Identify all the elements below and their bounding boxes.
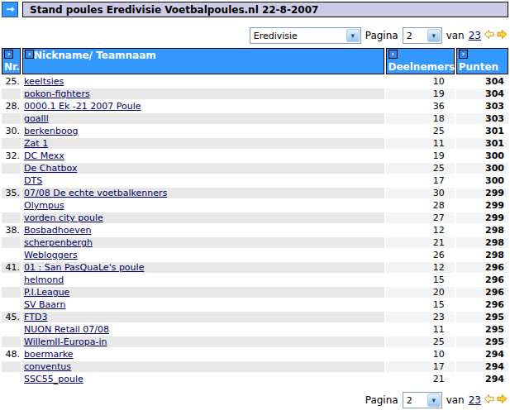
row-rank <box>2 163 21 174</box>
team-link[interactable]: P.I.League <box>24 287 69 298</box>
row-points: 303 <box>456 113 508 124</box>
team-link[interactable]: keeltsies <box>24 76 64 87</box>
sort-icon[interactable]: › <box>459 50 468 59</box>
page-select[interactable]: 2 ▾ <box>403 392 442 408</box>
team-link[interactable]: 07/08 De echte voetbalkenners <box>24 188 167 198</box>
row-points: 295 <box>456 336 508 347</box>
row-points: 294 <box>456 374 508 384</box>
row-points: 295 <box>456 324 508 335</box>
chevron-down-icon[interactable]: ▾ <box>346 29 360 42</box>
team-link[interactable]: Zat 1 <box>24 138 48 149</box>
table-row: 28.0000.1 Ek -21 2007 Poule36303 <box>2 101 508 112</box>
row-points: 295 <box>456 312 508 322</box>
team-link[interactable]: conventus <box>24 361 71 372</box>
table-row: Zat 111301 <box>2 138 508 149</box>
next-page-icon[interactable] <box>497 394 508 407</box>
team-link[interactable]: DTS <box>24 175 42 186</box>
row-team-cell: 01 : San PasQuaLe's poule <box>22 262 384 273</box>
team-link[interactable]: berkenboog <box>24 126 78 136</box>
row-rank: 30. <box>2 126 21 136</box>
table-row: scherpenbergh21298 <box>2 237 508 248</box>
row-rank <box>2 336 21 347</box>
row-team-cell: Bosbadhoeven <box>22 225 384 236</box>
row-participants: 25 <box>386 163 455 174</box>
row-participants: 26 <box>386 250 455 260</box>
chevron-down-icon[interactable]: ▾ <box>427 29 441 42</box>
sort-icon[interactable]: › <box>4 50 13 59</box>
row-participants: 23 <box>386 312 455 322</box>
next-page-icon[interactable] <box>497 29 508 42</box>
row-participants: 15 <box>386 299 455 310</box>
row-team-cell: vorden city poule <box>22 212 384 223</box>
table-row: Olympus28299 <box>2 200 508 211</box>
team-link[interactable]: SSC55_poule <box>24 374 83 384</box>
total-pages-link[interactable]: 23 <box>469 30 481 41</box>
row-points: 301 <box>456 126 508 136</box>
header-points: ›Punten <box>456 48 508 74</box>
row-points: 296 <box>456 262 508 273</box>
page-select[interactable]: 2 ▾ <box>403 27 442 44</box>
team-link[interactable]: goalll <box>24 113 49 124</box>
previous-page-icon[interactable] <box>484 394 494 407</box>
row-points: 296 <box>456 274 508 285</box>
team-link[interactable]: Webloggers <box>24 250 78 260</box>
sort-icon[interactable]: › <box>388 50 398 59</box>
row-rank: 28. <box>2 101 21 112</box>
header-participants-label: Deelnemers <box>388 61 455 73</box>
team-link[interactable]: WillemII-Europa-in <box>24 336 107 347</box>
team-link[interactable]: helmond <box>24 274 64 285</box>
row-rank <box>2 287 21 298</box>
table-header-row: › Nr. ›Nickname/ Teamnaam › Deelnemers ›… <box>2 48 508 74</box>
team-link[interactable]: SV Baarn <box>24 299 65 310</box>
row-points: 298 <box>456 250 508 260</box>
page: → Stand poules Eredivisie Voetbalpoules.… <box>0 2 510 409</box>
team-link[interactable]: boermarke <box>24 349 74 360</box>
header-points-label: Punten <box>459 61 498 73</box>
table-row: SSC55_poule21294 <box>2 374 508 384</box>
team-link[interactable]: FTD3 <box>24 312 47 322</box>
table-row: helmond15296 <box>2 274 508 285</box>
row-team-cell: conventus <box>22 361 384 372</box>
row-team-cell: keeltsies <box>22 76 384 87</box>
row-points: 298 <box>456 237 508 248</box>
table-row: P.I.League20296 <box>2 287 508 298</box>
table-row: 35.07/08 De echte voetbalkenners30299 <box>2 188 508 198</box>
sort-icon[interactable]: › <box>25 50 34 59</box>
row-team-cell: berkenboog <box>22 126 384 136</box>
row-rank <box>2 374 21 384</box>
team-link[interactable]: 0000.1 Ek -21 2007 Poule <box>24 101 141 112</box>
total-pages-link[interactable]: 23 <box>469 394 481 406</box>
pagina-label: Pagina <box>365 394 398 406</box>
row-rank <box>2 237 21 248</box>
table-row: DTS17300 <box>2 175 508 186</box>
table-row: WillemII-Europa-in25295 <box>2 336 508 347</box>
page-select-value: 2 <box>403 31 412 41</box>
team-link[interactable]: 01 : San PasQuaLe's poule <box>24 262 144 273</box>
row-team-cell: scherpenbergh <box>22 237 384 248</box>
team-link[interactable]: pokon-fighters <box>24 88 90 99</box>
team-link[interactable]: DC Mexx <box>24 150 64 161</box>
van-label: van <box>446 30 465 41</box>
row-team-cell: DTS <box>22 175 384 186</box>
row-points: 304 <box>456 76 508 87</box>
row-participants: 17 <box>386 175 455 186</box>
row-participants: 36 <box>386 101 455 112</box>
competition-select[interactable]: Eredivisie ▾ <box>250 27 361 44</box>
team-link[interactable]: vorden city poule <box>24 212 103 223</box>
table-row: 32.DC Mexx19300 <box>2 150 508 161</box>
chevron-down-icon[interactable]: ▾ <box>427 394 441 407</box>
previous-page-icon[interactable] <box>484 29 494 42</box>
row-participants: 10 <box>386 76 455 87</box>
row-team-cell: Olympus <box>22 200 384 211</box>
row-points: 300 <box>456 163 508 174</box>
team-link[interactable]: scherpenbergh <box>24 237 93 248</box>
team-link[interactable]: De Chatbox <box>24 163 77 174</box>
row-points: 303 <box>456 101 508 112</box>
row-rank: 32. <box>2 150 21 161</box>
team-link[interactable]: NUON Retail 07/08 <box>24 324 109 335</box>
team-link[interactable]: Bosbadhoeven <box>24 225 91 236</box>
row-participants: 11 <box>386 138 455 149</box>
header-nr-label: Nr. <box>4 61 20 73</box>
arrow-right-icon[interactable]: → <box>2 2 18 17</box>
team-link[interactable]: Olympus <box>24 200 64 211</box>
